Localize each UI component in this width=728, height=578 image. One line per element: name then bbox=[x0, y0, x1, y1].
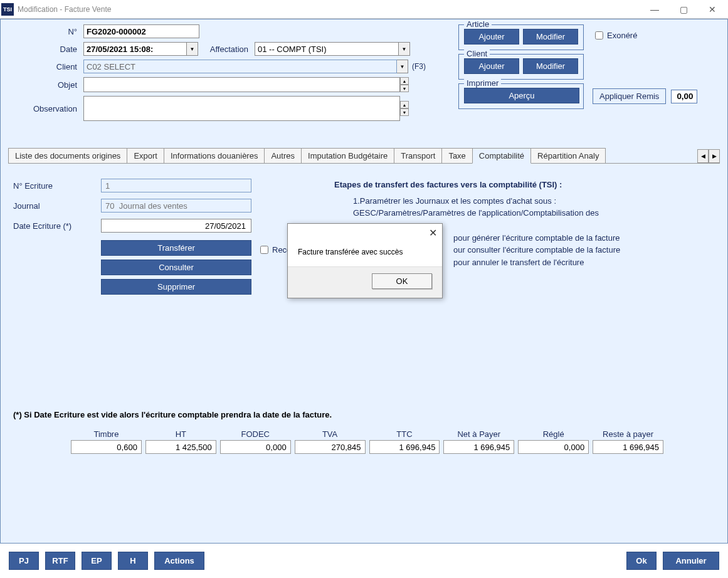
exonere-checkbox[interactable]: Exonéré bbox=[595, 31, 637, 40]
tabs: Liste des documents origines Export Info… bbox=[8, 147, 720, 164]
success-dialog: ✕ Facture transférée avec succès OK bbox=[287, 223, 443, 298]
client-add-button[interactable]: Ajouter bbox=[464, 58, 519, 74]
exonere-checkbox-input[interactable] bbox=[595, 31, 603, 39]
total-val-fodec: 0,000 bbox=[220, 440, 291, 454]
pj-button[interactable]: PJ bbox=[9, 552, 39, 570]
client-dropdown-icon[interactable]: ▼ bbox=[397, 60, 408, 73]
objet-up-icon[interactable]: ▲ bbox=[400, 77, 409, 85]
objet-input[interactable] bbox=[83, 77, 400, 92]
step2: pour générer l'écriture comptable de la … bbox=[453, 232, 685, 244]
date-ecriture-note: (*) Si Date Ecriture est vide alors l'éc… bbox=[13, 410, 332, 419]
recalc-checkbox-input[interactable] bbox=[260, 246, 268, 254]
tab-repartition[interactable]: Répartition Analy bbox=[530, 148, 606, 163]
legend-print: Imprimer bbox=[464, 78, 501, 88]
step1a: 1.Paramétrer les Journaux et les comptes… bbox=[353, 195, 685, 208]
remis-value-input[interactable] bbox=[671, 90, 697, 103]
actions-button[interactable]: Actions bbox=[154, 552, 204, 570]
total-label-ht: HT bbox=[145, 429, 216, 439]
label-num: N° bbox=[8, 27, 83, 36]
label-affect: Affectation bbox=[198, 45, 255, 54]
tab-export[interactable]: Export bbox=[127, 148, 164, 163]
step4: pour annuler le transfert de l'écriture bbox=[453, 256, 685, 269]
window-title: Modification - Facture Vente bbox=[18, 5, 640, 14]
affect-dropdown-icon[interactable]: ▼ bbox=[399, 42, 410, 56]
step1b: GESC/Paramètres/Paramètres de l'applicat… bbox=[353, 207, 685, 219]
dialog-message: Facture transférée avec succès bbox=[288, 241, 442, 266]
total-label-fodec: FODEC bbox=[220, 429, 291, 439]
legend-article: Article bbox=[464, 19, 492, 29]
tab-liste-documents[interactable]: Liste des documents origines bbox=[8, 148, 127, 163]
date-dropdown-icon[interactable]: ▼ bbox=[187, 42, 198, 56]
total-label-reste: Reste à payer bbox=[593, 429, 663, 439]
obs-up-icon[interactable]: ▲ bbox=[400, 101, 409, 108]
step3: our consulter l'écriture comptable de la… bbox=[453, 244, 685, 256]
supprimer-button[interactable]: Supprimer bbox=[101, 279, 251, 295]
tab-taxe[interactable]: Taxe bbox=[441, 148, 472, 163]
steps-title: Etapes de transfert des factures vers la… bbox=[334, 179, 685, 191]
label-client: Client bbox=[8, 62, 83, 71]
obs-input[interactable] bbox=[83, 96, 400, 121]
label-objet: Objet bbox=[8, 80, 83, 90]
preview-button[interactable]: Aperçu bbox=[464, 88, 579, 103]
total-label-regle: Réglé bbox=[518, 429, 589, 439]
tab-scroll-right-icon[interactable]: ▶ bbox=[709, 149, 720, 163]
recalc-checkbox[interactable]: Rece bbox=[260, 245, 291, 255]
rtf-button[interactable]: RTF bbox=[45, 552, 75, 570]
tab-imputation[interactable]: Imputation Budgétaire bbox=[301, 148, 394, 163]
dialog-ok-button[interactable]: OK bbox=[372, 273, 432, 289]
tab-scroll-left-icon[interactable]: ◀ bbox=[697, 149, 709, 163]
tab-comptabilite[interactable]: Comptabilité bbox=[472, 148, 531, 164]
label-date: Date bbox=[8, 45, 83, 54]
apply-remis-button[interactable]: Appliquer Remis bbox=[593, 88, 666, 104]
total-val-ht: 1 425,500 bbox=[145, 440, 216, 454]
total-label-net: Net à Payer bbox=[443, 429, 514, 439]
total-label-ttc: TTC bbox=[369, 429, 440, 439]
article-add-button[interactable]: Ajouter bbox=[464, 29, 519, 45]
obs-down-icon[interactable]: ▼ bbox=[400, 108, 409, 116]
article-edit-button[interactable]: Modifier bbox=[523, 29, 578, 45]
label-journal: Journal bbox=[13, 201, 101, 211]
h-button[interactable]: H bbox=[118, 552, 148, 570]
consulter-button[interactable]: Consulter bbox=[101, 260, 251, 275]
date-ecriture-input[interactable] bbox=[101, 219, 251, 233]
total-val-net: 1 696,945 bbox=[443, 440, 514, 454]
total-val-reste: 1 696,945 bbox=[593, 440, 663, 454]
annuler-button[interactable]: Annuler bbox=[663, 552, 719, 570]
total-label-tva: TVA bbox=[295, 429, 366, 439]
num-input[interactable] bbox=[83, 24, 199, 38]
total-val-tva: 270,845 bbox=[295, 440, 366, 454]
objet-down-icon[interactable]: ▼ bbox=[400, 85, 409, 92]
tab-autres[interactable]: Autres bbox=[264, 148, 302, 163]
journal-input[interactable] bbox=[101, 199, 251, 213]
totals-row: Timbre0,600 HT1 425,500 FODEC0,000 TVA27… bbox=[8, 429, 720, 454]
client-edit-button[interactable]: Modifier bbox=[523, 58, 578, 74]
dialog-close-icon[interactable]: ✕ bbox=[429, 227, 437, 239]
tab-douanieres[interactable]: Informations douanières bbox=[164, 148, 265, 163]
close-button[interactable]: ✕ bbox=[698, 1, 727, 18]
label-ecriture-num: N° Ecriture bbox=[13, 181, 101, 191]
bottom-bar: PJ RTF EP H Actions Ok Annuler bbox=[0, 543, 728, 578]
transferer-button[interactable]: Transférer bbox=[101, 240, 251, 256]
client-input[interactable] bbox=[83, 60, 397, 73]
legend-client: Client bbox=[464, 49, 490, 58]
total-label-timbre: Timbre bbox=[71, 429, 142, 439]
date-input[interactable] bbox=[83, 42, 187, 56]
maximize-button[interactable]: ▢ bbox=[669, 1, 698, 18]
label-date-ecriture: Date Ecriture (*) bbox=[13, 221, 101, 231]
total-val-timbre: 0,600 bbox=[71, 440, 142, 454]
ep-button[interactable]: EP bbox=[82, 552, 112, 570]
f3-hint: (F3) bbox=[412, 62, 426, 71]
window-titlebar: TSI Modification - Facture Vente — ▢ ✕ bbox=[0, 0, 728, 19]
affect-input[interactable] bbox=[255, 42, 399, 56]
total-val-ttc: 1 696,945 bbox=[369, 440, 440, 454]
minimize-button[interactable]: — bbox=[640, 1, 669, 18]
total-val-regle: 0,000 bbox=[518, 440, 589, 454]
exonere-label: Exonéré bbox=[607, 31, 637, 40]
tab-transport[interactable]: Transport bbox=[394, 148, 442, 163]
app-icon: TSI bbox=[1, 3, 14, 16]
ok-button[interactable]: Ok bbox=[626, 552, 657, 570]
label-obs: Observation bbox=[8, 104, 83, 113]
ecriture-num-input[interactable] bbox=[101, 179, 251, 192]
